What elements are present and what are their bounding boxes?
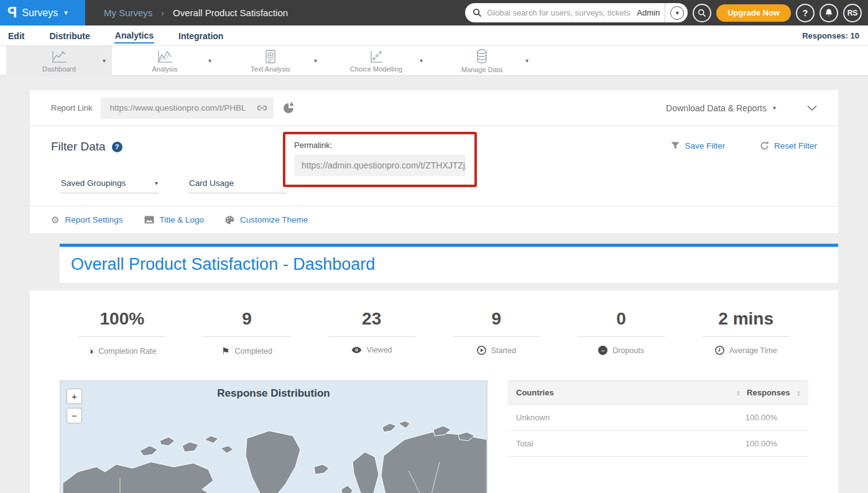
filter-data-title: Filter Data bbox=[51, 140, 106, 154]
tab-text-analysis-caret-icon[interactable]: ▾ bbox=[314, 57, 317, 64]
report-link-row: Report Link https://www.questionpro.com/… bbox=[30, 90, 838, 126]
funnel-icon bbox=[671, 142, 680, 150]
stat-value: 23 bbox=[362, 309, 381, 329]
nav-item-edit[interactable]: Edit bbox=[7, 29, 25, 43]
report-link-label: Report Link bbox=[51, 103, 92, 113]
quick-search-button[interactable] bbox=[693, 4, 711, 22]
breadcrumb-current: Overall Product Satisfaction bbox=[173, 7, 288, 18]
filter-help-icon[interactable]: ? bbox=[112, 142, 122, 152]
customize-theme-button[interactable]: Customize Theme bbox=[225, 215, 308, 224]
tab-analysis-caret-icon[interactable]: ▾ bbox=[208, 57, 211, 64]
report-settings-button[interactable]: ⚙ Report Settings bbox=[51, 214, 123, 226]
stat-completion-rate: 100% ◑ Completion Rate bbox=[60, 309, 185, 357]
main-content: Report Link https://www.questionpro.com/… bbox=[0, 76, 868, 283]
report-link-url[interactable]: https://www.questionpro.com/t/PHBL bbox=[109, 103, 252, 113]
nav-item-integration[interactable]: Integration bbox=[178, 29, 224, 43]
search-scope-caret-icon[interactable]: ▾ bbox=[670, 6, 684, 20]
help-button[interactable]: ? bbox=[796, 4, 815, 22]
report-settings-label: Report Settings bbox=[65, 215, 122, 224]
caret-down-icon: ▾ bbox=[155, 180, 158, 187]
search-icon bbox=[698, 9, 706, 17]
search-divider bbox=[665, 3, 665, 22]
survey-section-nav: Edit Distribute Analytics Integration Re… bbox=[0, 25, 868, 46]
eye-icon bbox=[351, 346, 362, 354]
tab-choice-modelling[interactable]: Choice Modelling ▾ bbox=[323, 46, 429, 76]
tab-label: Manage Data bbox=[461, 66, 502, 73]
play-circle-icon bbox=[477, 346, 486, 355]
clock-icon bbox=[715, 346, 724, 355]
save-filter-button[interactable]: Save Filter bbox=[671, 141, 725, 150]
stat-viewed: 23 Viewed bbox=[309, 309, 434, 357]
analytics-tabstrip: Dashboard ▾ Analysis ▾ Text Analysis ▾ C… bbox=[0, 46, 868, 76]
product-switcher[interactable]: P Surveys ▾ bbox=[0, 0, 85, 25]
questionpro-logo-icon: P bbox=[7, 6, 17, 20]
tab-text-analysis[interactable]: Text Analysis ▾ bbox=[218, 46, 323, 76]
card-usage-label: Card Usage bbox=[189, 178, 234, 188]
countries-table: Countries ▴▾ Responses ▴▾ Unknown 100.00… bbox=[507, 380, 808, 457]
table-row: Unknown 100.00% bbox=[507, 405, 808, 431]
breadcrumb-separator-icon: › bbox=[161, 8, 164, 18]
nav-item-distribute[interactable]: Distribute bbox=[48, 29, 90, 43]
avatar[interactable]: RS bbox=[843, 4, 862, 22]
download-data-reports-label: Download Data & Reports bbox=[666, 103, 767, 113]
sort-responses-icon[interactable]: ▴▾ bbox=[797, 390, 800, 396]
permalink-url-field[interactable]: https://admin.questionpro.com/t/ZTHXJTZj bbox=[294, 155, 466, 176]
responses-cell: 100.00% bbox=[746, 413, 800, 422]
world-map[interactable] bbox=[60, 402, 487, 493]
area-chart-icon bbox=[156, 49, 173, 64]
topbar-actions: Admin ▾ Upgrade Now ? RS bbox=[465, 0, 862, 25]
half-circle-icon: ◑ bbox=[88, 346, 93, 356]
geo-row: Response Distribution + − bbox=[30, 380, 838, 493]
tab-choice-modelling-caret-icon[interactable]: ▾ bbox=[420, 57, 423, 64]
refresh-icon bbox=[760, 141, 769, 150]
title-logo-button[interactable]: Title & Logo bbox=[144, 215, 205, 224]
product-switcher-label: Surveys bbox=[22, 7, 58, 19]
filter-data-section: Filter Data ? Save Filter Reset Filter S… bbox=[30, 126, 838, 206]
tab-manage-data[interactable]: Manage Data ▾ bbox=[429, 46, 535, 76]
download-data-reports-dropdown[interactable]: Download Data & Reports ▾ bbox=[666, 103, 776, 113]
search-scope-label[interactable]: Admin bbox=[637, 8, 660, 17]
stat-label: Started bbox=[491, 346, 516, 355]
tab-analysis[interactable]: Analysis ▾ bbox=[112, 46, 218, 76]
stat-average-time: 2 mins Average Time bbox=[683, 309, 808, 357]
saved-groupings-dropdown[interactable]: Saved Groupings ▾ bbox=[60, 178, 159, 193]
collapse-panel-button[interactable] bbox=[807, 105, 817, 111]
gear-icon: ⚙ bbox=[51, 214, 59, 226]
stat-value: 9 bbox=[242, 309, 252, 329]
responses-header[interactable]: Responses bbox=[747, 388, 790, 397]
caret-down-icon: ▾ bbox=[773, 104, 776, 111]
image-icon bbox=[144, 216, 154, 224]
tab-dashboard-caret-icon[interactable]: ▾ bbox=[103, 57, 106, 64]
stat-value: 0 bbox=[616, 309, 626, 329]
report-filter-card: Report Link https://www.questionpro.com/… bbox=[30, 90, 838, 233]
breadcrumb-my-surveys[interactable]: My Surveys bbox=[104, 7, 152, 18]
tab-dashboard[interactable]: Dashboard ▾ bbox=[6, 46, 112, 76]
search-input[interactable] bbox=[487, 8, 632, 17]
card-usage-dropdown[interactable]: Card Usage ▾ bbox=[188, 178, 287, 193]
tab-manage-data-caret-icon[interactable]: ▾ bbox=[525, 57, 529, 64]
nav-item-analytics[interactable]: Analytics bbox=[114, 28, 154, 44]
link-icon[interactable] bbox=[257, 104, 267, 113]
country-cell: Total bbox=[516, 439, 533, 448]
minus-circle-icon: − bbox=[598, 346, 607, 355]
secure-report-icon[interactable] bbox=[282, 102, 295, 114]
stat-value: 100% bbox=[100, 309, 145, 329]
global-search[interactable]: Admin ▾ bbox=[465, 3, 688, 22]
title-band: Overall Product Satisfaction - Dashboard bbox=[60, 247, 838, 283]
map-title: Response Distribution bbox=[60, 387, 487, 400]
permalink-highlight-box: Permalink: https://admin.questionpro.com… bbox=[283, 132, 477, 187]
report-link-field[interactable]: https://www.questionpro.com/t/PHBL bbox=[101, 98, 274, 119]
upgrade-now-button[interactable]: Upgrade Now bbox=[716, 4, 791, 22]
tab-label: Text Analysis bbox=[251, 65, 290, 73]
response-distribution-map[interactable]: Response Distribution + − bbox=[60, 380, 487, 493]
countries-table-header: Countries ▴▾ Responses ▴▾ bbox=[507, 380, 808, 405]
notifications-button[interactable] bbox=[820, 4, 838, 22]
countries-header[interactable]: Countries bbox=[516, 388, 554, 397]
reset-filter-label: Reset Filter bbox=[774, 141, 817, 150]
stat-label: Dropouts bbox=[612, 346, 644, 355]
responses-cell: 100.00% bbox=[746, 439, 800, 448]
reset-filter-button[interactable]: Reset Filter bbox=[760, 141, 817, 150]
stat-completed: 9 ⚑ Completed bbox=[185, 309, 310, 357]
sort-countries-icon[interactable]: ▴▾ bbox=[737, 390, 740, 396]
flag-icon: ⚑ bbox=[221, 346, 229, 357]
